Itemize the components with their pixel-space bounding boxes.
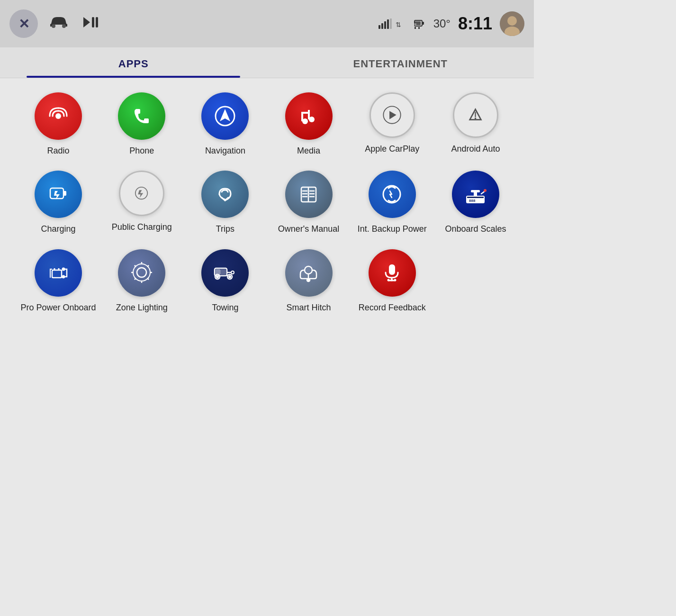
svg-marker-22 xyxy=(220,109,230,121)
svg-rect-25 xyxy=(308,110,310,119)
owners-manual-label: Owner's Manual xyxy=(278,224,340,235)
svg-rect-53 xyxy=(52,270,62,278)
user-avatar[interactable] xyxy=(500,11,524,36)
svg-line-67 xyxy=(147,278,149,280)
radio-label: Radio xyxy=(47,145,70,156)
radio-icon xyxy=(35,92,82,140)
svg-line-66 xyxy=(135,278,136,280)
towing-label: Towing xyxy=(212,302,238,313)
svg-text:888: 888 xyxy=(469,199,476,203)
zone-lighting-icon xyxy=(118,249,165,297)
android-auto-icon xyxy=(453,92,498,138)
svg-point-79 xyxy=(307,279,310,281)
svg-rect-7 xyxy=(384,21,386,29)
svg-rect-3 xyxy=(92,17,94,27)
int-backup-power-icon xyxy=(369,171,416,218)
app-apple-carplay[interactable]: Apple CarPlay xyxy=(353,92,432,156)
media-label: Media xyxy=(297,145,320,156)
svg-point-76 xyxy=(229,276,231,278)
svg-marker-2 xyxy=(83,17,90,27)
app-media[interactable]: Media xyxy=(270,92,348,156)
record-feedback-label: Record Feedback xyxy=(359,302,426,313)
app-public-charging[interactable]: Public Charging xyxy=(102,171,181,235)
charging-icon xyxy=(35,171,82,218)
app-phone[interactable]: Phone xyxy=(102,92,181,156)
svg-rect-49 xyxy=(471,190,480,192)
app-zone-lighting[interactable]: Zone Lighting xyxy=(102,249,181,313)
svg-point-0 xyxy=(52,24,55,28)
svg-rect-6 xyxy=(381,23,383,29)
app-pro-power-onboard[interactable]: Pro Power Onboard xyxy=(19,249,98,313)
svg-rect-34 xyxy=(63,191,66,196)
svg-marker-29 xyxy=(389,111,397,119)
app-android-auto[interactable]: Android Auto xyxy=(436,92,515,156)
towing-icon xyxy=(201,249,249,297)
svg-rect-12 xyxy=(422,22,424,25)
tabs-container: APPS ENTERTAINMENT xyxy=(0,47,534,78)
car-icon xyxy=(47,13,70,35)
svg-line-65 xyxy=(147,265,149,267)
svg-point-18 xyxy=(507,16,517,26)
svg-text:⇅: ⇅ xyxy=(396,21,401,28)
navigation-icon xyxy=(201,92,249,140)
svg-rect-50 xyxy=(467,197,484,198)
app-owners-manual[interactable]: Owner's Manual xyxy=(270,171,348,235)
media-control-icon xyxy=(80,15,100,33)
apps-container: Radio Phone Navigation xyxy=(0,78,534,327)
svg-point-57 xyxy=(63,276,64,278)
tab-entertainment[interactable]: ENTERTAINMENT xyxy=(267,47,534,78)
status-bar-left: ✕ xyxy=(9,9,100,38)
svg-rect-70 xyxy=(221,270,225,274)
svg-text:III: III xyxy=(414,23,416,26)
app-trips[interactable]: Trips xyxy=(186,171,264,235)
app-towing[interactable]: Towing xyxy=(186,249,264,313)
navigation-label: Navigation xyxy=(205,145,245,156)
status-bar: ✕ ⇅ xyxy=(0,0,534,47)
int-backup-power-label: Int. Backup Power xyxy=(358,224,427,235)
smart-hitch-icon xyxy=(285,249,333,297)
svg-rect-8 xyxy=(387,19,389,29)
smart-hitch-label: Smart Hitch xyxy=(287,302,331,313)
app-record-feedback[interactable]: Record Feedback xyxy=(353,249,432,313)
zone-lighting-label: Zone Lighting xyxy=(116,302,168,313)
signal-icons: ⇅ III xyxy=(379,18,426,29)
media-icon xyxy=(285,92,333,140)
app-smart-hitch[interactable]: Smart Hitch xyxy=(270,249,348,313)
trips-label: Trips xyxy=(216,224,234,235)
svg-point-84 xyxy=(391,279,393,281)
app-int-backup-power[interactable]: Int. Backup Power xyxy=(353,171,432,235)
svg-point-77 xyxy=(305,266,312,274)
tab-apps[interactable]: APPS xyxy=(0,47,267,78)
pro-power-onboard-icon xyxy=(35,249,82,297)
onboard-scales-label: Onboard Scales xyxy=(445,224,506,235)
app-charging[interactable]: Charging xyxy=(19,171,98,235)
temperature-display: 30° xyxy=(433,17,451,30)
svg-point-85 xyxy=(394,279,397,281)
time-display: 8:11 xyxy=(458,14,492,34)
svg-point-20 xyxy=(55,113,61,119)
svg-rect-14 xyxy=(418,27,420,29)
app-navigation[interactable]: Navigation xyxy=(186,92,264,156)
close-button[interactable]: ✕ xyxy=(9,9,38,38)
svg-point-72 xyxy=(231,271,234,274)
public-charging-icon xyxy=(119,171,164,216)
svg-point-32 xyxy=(475,118,477,119)
charging-label: Charging xyxy=(41,224,76,235)
record-feedback-icon xyxy=(369,249,416,297)
svg-rect-5 xyxy=(379,25,380,29)
svg-rect-4 xyxy=(96,17,98,27)
pro-power-onboard-label: Pro Power Onboard xyxy=(21,302,96,313)
app-radio[interactable]: Radio xyxy=(19,92,98,156)
owners-manual-icon xyxy=(285,171,333,218)
svg-rect-9 xyxy=(390,18,392,29)
apple-carplay-icon xyxy=(370,92,415,138)
svg-point-74 xyxy=(216,276,218,278)
android-auto-label: Android Auto xyxy=(451,144,500,154)
phone-label: Phone xyxy=(129,145,154,156)
svg-point-56 xyxy=(63,268,64,270)
app-onboard-scales[interactable]: 888 Onboard Scales xyxy=(436,171,515,235)
onboard-scales-icon: 888 xyxy=(452,171,499,218)
svg-line-64 xyxy=(135,265,136,267)
trips-icon xyxy=(201,171,249,218)
svg-point-83 xyxy=(388,279,390,281)
